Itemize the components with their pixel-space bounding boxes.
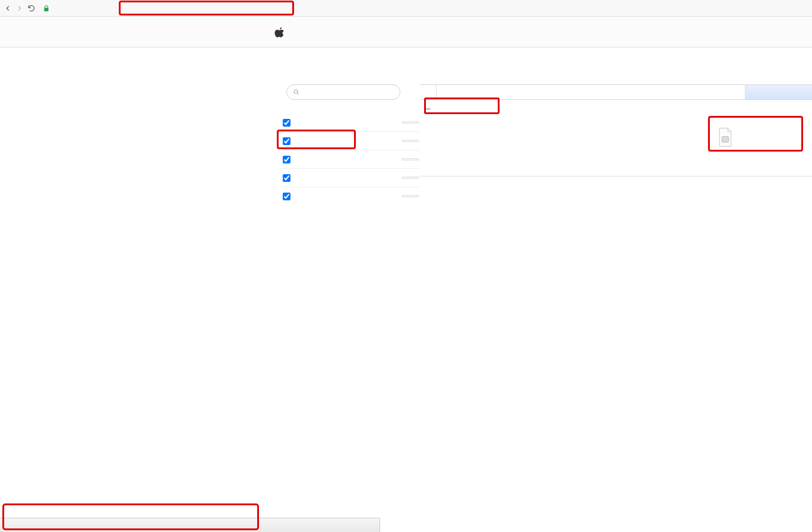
lock-icon <box>43 5 50 12</box>
apple-logo-icon <box>274 27 285 37</box>
svg-rect-2 <box>722 137 728 143</box>
svg-point-0 <box>294 90 298 93</box>
row-title <box>437 103 729 113</box>
status-bar <box>0 518 380 532</box>
cat-apps-checkbox[interactable] <box>283 174 290 182</box>
search-box[interactable] <box>286 84 400 100</box>
table-header <box>420 84 812 100</box>
cat-count <box>402 195 419 197</box>
cat-osxserver-checkbox[interactable] <box>283 193 290 200</box>
cat-ios-checkbox[interactable] <box>283 156 290 163</box>
row-date <box>729 103 795 113</box>
cat-count <box>402 121 419 124</box>
row-xcode-711[interactable]: − <box>420 100 812 177</box>
browser-toolbar <box>0 0 812 17</box>
th-release-date[interactable] <box>745 85 812 99</box>
cat-osx-checkbox[interactable] <box>283 119 290 127</box>
reload-button[interactable] <box>26 2 37 14</box>
back-button[interactable] <box>2 2 13 14</box>
address-bar[interactable] <box>43 2 808 15</box>
download-card <box>717 121 811 153</box>
cat-count <box>402 177 419 179</box>
collapse-toggle[interactable]: − <box>420 103 437 114</box>
site-header <box>0 17 812 48</box>
cat-devtools[interactable] <box>280 131 419 150</box>
cat-count <box>402 140 419 142</box>
search-icon <box>293 89 300 96</box>
cat-devtools-checkbox[interactable] <box>283 137 290 145</box>
cat-ios[interactable] <box>280 150 419 168</box>
dmg-file-icon <box>717 127 734 147</box>
forward-button[interactable] <box>14 2 25 14</box>
cat-osxserver[interactable] <box>280 187 419 205</box>
cat-count <box>402 158 419 160</box>
search-input[interactable] <box>304 88 393 97</box>
cat-osx[interactable] <box>280 113 419 131</box>
svg-line-1 <box>297 93 299 95</box>
th-description[interactable] <box>437 85 745 99</box>
cat-apps[interactable] <box>280 168 419 187</box>
